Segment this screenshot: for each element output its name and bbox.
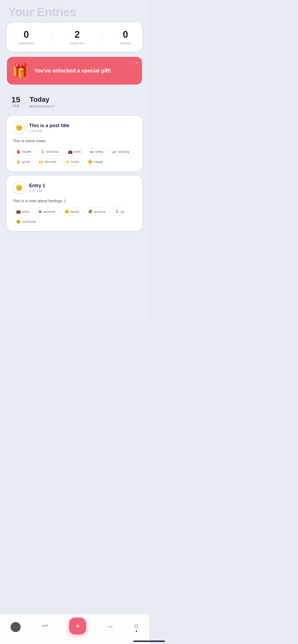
date-header: 15 FEB Today WEDNESDAY (7, 93, 142, 111)
gift-close-button[interactable]: × (135, 61, 138, 66)
tag-anxious[interactable]: 😰 anxious (85, 208, 109, 215)
weather-icon: 🌦 (38, 209, 42, 214)
entry-avatar-post: 😐 (13, 122, 25, 134)
stat-divider-2 (102, 32, 102, 43)
entry-avatar-1: 😐 (13, 182, 25, 194)
anxious-icon: 😰 (88, 209, 93, 214)
tag-lucky[interactable]: ⭐ lucky (62, 158, 83, 166)
tag-weather-label: weather (43, 210, 55, 214)
tag-health[interactable]: 🫀 health (13, 148, 35, 156)
tag-good-label: good (22, 160, 30, 164)
tag-sleep[interactable]: 🛏 sleep (87, 148, 107, 156)
tag-health-label: health (22, 150, 31, 154)
entry-header-post: 😐 This is a post title 1:26 PM (13, 122, 136, 134)
date-today-label: Today (30, 95, 55, 104)
stats-card: 0 reflections 2 check-ins 0 photos (7, 23, 142, 52)
tag-go-label: go (121, 210, 124, 214)
stat-reflections: 0 reflections (19, 29, 34, 45)
exercise-icon: 🏃 (40, 150, 45, 154)
date-box: 15 FEB (7, 93, 25, 111)
checkins-count: 2 (75, 29, 80, 40)
stat-divider-1 (52, 32, 52, 43)
tag-blessed-label: blessed (44, 160, 56, 164)
gift-icon: 🎁 (12, 63, 29, 79)
tag-confused-label: confused (22, 220, 36, 224)
tag-exercise[interactable]: 🏃 exercise (37, 148, 62, 156)
entry-notes-1: This is a note about feelings :) (13, 198, 136, 204)
page-title: Your Entries (0, 0, 149, 23)
tag-good[interactable]: ✌️ good (13, 158, 33, 166)
entry-title-post: This is a post title (29, 123, 69, 128)
blessed-icon: 🙌 (39, 160, 43, 164)
entry-title-group-1: Entry 1 1:21 PM (29, 183, 45, 193)
entry-title-group-post: This is a post title 1:26 PM (29, 123, 69, 133)
happy-icon: 😊 (88, 160, 92, 164)
tag-happy[interactable]: 😊 happy (84, 158, 106, 166)
entry-time-post: 1:26 PM (29, 129, 69, 133)
date-info: Today WEDNESDAY (30, 95, 55, 108)
gift-banner[interactable]: 🎁 You've unlocked a special gift! × (7, 57, 142, 85)
good-icon: ✌️ (16, 160, 21, 164)
tag-work[interactable]: 💼 work (65, 148, 84, 156)
confused-icon: 😵 (16, 219, 21, 224)
entry-notes-post: This is some notes (13, 138, 136, 144)
entry-title-1: Entry 1 (29, 183, 45, 188)
photos-label: photos (120, 41, 130, 45)
tag-sleep-label: sleep (95, 150, 103, 154)
stat-photos: 0 photos (120, 29, 130, 45)
tag-bored-label: bored (70, 210, 79, 214)
tag-weather[interactable]: 🌦 weather (35, 208, 59, 215)
tag-blessed[interactable]: 🙌 blessed (35, 158, 60, 166)
health-icon: 🫀 (16, 150, 21, 154)
tag-work-2-label: work (22, 210, 29, 214)
reflections-count: 0 (24, 29, 29, 40)
tag-happy-label: happy (94, 160, 103, 164)
tag-lucky-label: lucky (71, 160, 79, 164)
tag-relaxing-label: relaxing (117, 150, 129, 154)
entry-time-1: 1:21 PM (29, 189, 45, 193)
entry-header-1: 😐 Entry 1 1:21 PM (13, 182, 136, 194)
lucky-icon: ⭐ (65, 160, 70, 164)
tag-bored[interactable]: 😑 bored (61, 208, 83, 215)
date-weekday: WEDNESDAY (30, 104, 55, 108)
work-icon: 💼 (68, 150, 73, 154)
checkins-label: check-ins (70, 41, 84, 45)
tag-exercise-label: exercise (46, 150, 59, 154)
entry-card-1[interactable]: 😐 Entry 1 1:21 PM This is a note about f… (7, 176, 142, 231)
tag-relaxing[interactable]: 🛋 relaxing (109, 148, 133, 156)
gift-text: You've unlocked a special gift! (34, 67, 137, 74)
tag-work-2[interactable]: 💼 work (13, 208, 33, 215)
tag-work-label: work (74, 150, 81, 154)
sleep-icon: 🛏 (90, 150, 94, 154)
reflections-label: reflections (19, 41, 34, 45)
tag-go[interactable]: 🏃 go (111, 208, 128, 215)
bored-icon: 😑 (65, 209, 69, 214)
tag-anxious-label: anxious (94, 210, 106, 214)
tags-container-post: 🫀 health 🏃 exercise 💼 work 🛏 sleep 🛋 rel… (13, 148, 136, 166)
work-icon-2: 💼 (16, 209, 21, 214)
stat-checkins: 2 check-ins (70, 29, 84, 45)
photos-count: 0 (123, 29, 128, 40)
tag-confused[interactable]: 😵 confused (13, 218, 39, 226)
tags-container-1: 💼 work 🌦 weather 😑 bored 😰 anxious 🏃 go … (13, 208, 136, 226)
go-icon: 🏃 (115, 209, 119, 214)
date-month: FEB (11, 104, 21, 108)
date-day: 15 (11, 96, 21, 104)
relaxing-icon: 🛋 (112, 150, 116, 154)
entry-card-post[interactable]: 😐 This is a post title 1:26 PM This is s… (7, 116, 142, 171)
